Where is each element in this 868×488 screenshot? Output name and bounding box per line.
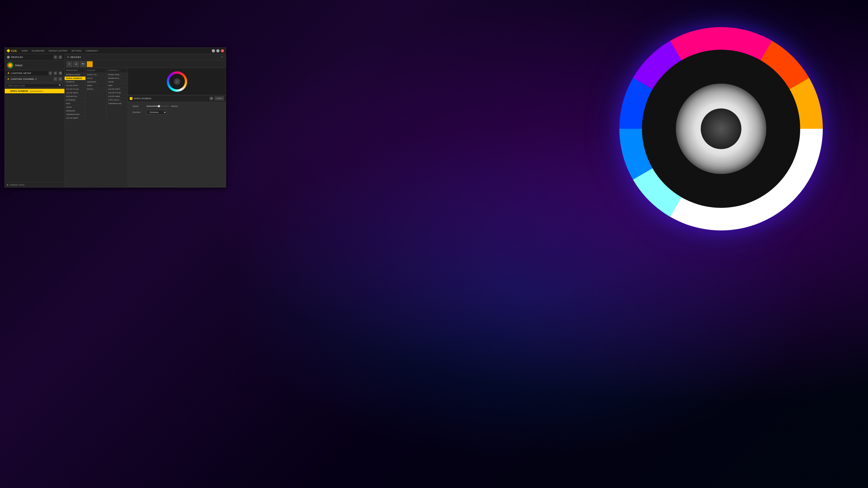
channel-menu-btn[interactable]: ≡ — [59, 77, 62, 81]
search-input[interactable] — [6, 84, 63, 88]
nav-home[interactable]: HOME — [20, 49, 29, 53]
app-title: CUE — [11, 50, 17, 52]
effects-panel: PREDEFINED CUSTOM LIGHTING LI... RAINBOW… — [65, 68, 226, 187]
effect-color-shift[interactable]: COLOR SHIFT — [65, 84, 86, 88]
title-bar-nav: HOME DASHBOARD INSTANT LIGHTING SETTINGS… — [20, 49, 100, 53]
lib-spiral-rain[interactable]: SPIRAL RAIN... — [107, 73, 128, 76]
lib-color-pulse[interactable]: COLOR PULSE — [107, 91, 128, 95]
lib-color-shift[interactable]: COLOR SHIFT — [107, 88, 128, 91]
col-header-custom[interactable]: CUSTOM — [86, 68, 107, 73]
preview-settings: SPIRAL RAINBOW ▼ Revert Speed — [128, 68, 226, 187]
channel-icon: ⚡ — [7, 78, 9, 80]
toolbar-group-btn[interactable]: ⊞ — [73, 61, 79, 67]
nav-dashboard[interactable]: DASHBOARD — [30, 49, 46, 53]
search-bar: 🔍 — [5, 82, 64, 89]
add-lighting-button[interactable]: + — [49, 71, 52, 75]
devices-close-button[interactable]: ✕ — [220, 56, 223, 59]
lighting-setup-label: LIGHTING SETUP — [11, 72, 47, 74]
profiles-icon — [7, 56, 10, 59]
col-header-library[interactable]: LIGHTING LI... — [107, 68, 128, 73]
effect-color-pulse[interactable]: COLOR PULSE — [65, 88, 86, 91]
effect-gradient[interactable]: GRADIENT — [86, 80, 106, 84]
devices-icon: 🖥 — [67, 56, 69, 58]
app-content: PROFILES + ≡ Default ⚡ LIGHTING SETUP + … — [5, 54, 226, 187]
effects-columns: PREDEFINED CUSTOM LIGHTING LI... RAINBOW… — [65, 68, 128, 187]
lib-rainbow-w[interactable]: RAINBOW W... — [107, 76, 128, 80]
title-bar-controls: – □ ✕ — [212, 49, 224, 53]
nav-instant-lighting[interactable]: INSTANT LIGHTING — [47, 49, 69, 53]
close-button[interactable]: ✕ — [221, 49, 224, 53]
selected-effect-color-indicator — [130, 97, 132, 100]
nav-community[interactable]: COMMUNITY — [84, 49, 100, 53]
devices-header: 🖥 DEVICES ✕ — [65, 54, 226, 60]
devices-title: DEVICES — [70, 56, 219, 58]
speed-slider-track[interactable] — [147, 106, 169, 107]
toolbar-refresh-btn[interactable]: ↻ — [66, 61, 72, 67]
effect-temperature[interactable]: TEMPERATURE — [65, 113, 86, 116]
search-icon[interactable]: 🔍 — [59, 84, 61, 87]
effect-dropdown-btn[interactable]: ▼ — [210, 97, 213, 100]
lib-visor[interactable]: VISOR — [107, 80, 128, 84]
lightings-library-label: Lightings Library — [9, 184, 24, 186]
device-list-item[interactable]: SPIRAL RAINBOW Spiral Rainbow 1 — [5, 89, 64, 93]
device-toolbar: ↻ ⊞ 📷 — [65, 60, 226, 68]
channel-name: LIGHTING CHANNEL 1 — [11, 78, 52, 80]
selected-effect-name: SPIRAL RAINBOW — [134, 97, 208, 100]
effect-sequential[interactable]: SEQUENTIAL — [65, 95, 86, 98]
col-header-predefined[interactable]: PREDEFINED — [65, 68, 86, 73]
toolbar-color-btn[interactable] — [87, 61, 93, 67]
minimize-button[interactable]: – — [212, 49, 215, 53]
custom-col: STATIC CO... SOLID GRADIENT WAVE RIPPLE — [86, 73, 107, 120]
effect-solid[interactable]: SOLID — [86, 76, 106, 80]
right-panel: 🖥 DEVICES ✕ ↻ ⊞ 📷 — [65, 54, 226, 187]
refresh-icon: ↻ — [68, 63, 70, 65]
direction-select[interactable]: Clockwise Counter-Clockwise — [147, 110, 167, 115]
direction-label: Direction — [132, 111, 144, 113]
effect-rainbow-wave[interactable]: RAINBOW WAVE — [65, 73, 86, 76]
add-profile-button[interactable]: + — [54, 55, 57, 59]
lib-temperature[interactable]: TEMPERATURE — [107, 102, 128, 105]
toolbar-camera-btn[interactable]: 📷 — [80, 61, 86, 67]
lib-rain[interactable]: RAIN — [107, 84, 128, 88]
channel-add-btn[interactable]: + — [54, 77, 57, 81]
device-sub: Spiral Rainbow 1 — [30, 90, 43, 92]
title-bar: CUE HOME DASHBOARD INSTANT LIGHTING SETT… — [5, 48, 226, 54]
sidebar-footer[interactable]: ▶ Lightings Library — [5, 182, 64, 187]
lib-type-lighti[interactable]: TYPE LIGHTI... — [107, 98, 128, 102]
effect-visor[interactable]: VISOR — [65, 105, 86, 109]
effect-rainbow[interactable]: RAINBOW — [65, 80, 86, 84]
library-col: SPIRAL RAIN... RAINBOW W... VISOR RAIN C… — [107, 73, 128, 120]
lighting-settings-button[interactable]: ⚙ — [59, 71, 62, 75]
left-sidebar: PROFILES + ≡ Default ⚡ LIGHTING SETUP + … — [5, 54, 65, 187]
fan-visual — [619, 27, 823, 230]
revert-button[interactable]: Revert — [215, 96, 224, 100]
speed-slider-fill — [147, 106, 159, 107]
lighting-menu-button[interactable]: ≡ — [54, 71, 57, 75]
lib-color-wave[interactable]: COLOR WAVE — [107, 95, 128, 98]
profiles-label: PROFILES — [11, 56, 52, 58]
effect-marquee[interactable]: MARQUEE — [65, 109, 86, 113]
fan-preview-inner — [169, 74, 185, 90]
profile-name: Default — [15, 64, 22, 67]
effect-static-co[interactable]: STATIC CO... — [86, 73, 106, 76]
speed-value: Medium — [171, 105, 178, 107]
effect-spiral-rainbow[interactable]: SPIRAL RAINBOW — [65, 76, 86, 80]
maximize-button[interactable]: □ — [216, 49, 219, 53]
speed-slider-thumb[interactable] — [158, 105, 160, 107]
fan-preview — [167, 71, 187, 92]
effect-rain[interactable]: RAIN — [65, 102, 86, 105]
profiles-menu-button[interactable]: ≡ — [59, 55, 62, 59]
lighting-setup-section: ⚡ LIGHTING SETUP + ≡ ⚙ ⚡ LIGHTING CHANNE… — [5, 70, 64, 182]
group-icon: ⊞ — [75, 63, 77, 65]
default-profile[interactable]: Default — [5, 60, 64, 70]
effect-strobing[interactable]: STROBING — [65, 98, 86, 102]
speed-setting-row: Speed Medium — [132, 105, 221, 107]
effect-color-wave[interactable]: COLOR WAVE — [65, 91, 86, 95]
effect-color-warp[interactable]: COLOR WARP — [65, 116, 86, 120]
effects-grid: RAINBOW WAVE SPIRAL RAINBOW RAINBOW COLO… — [65, 73, 128, 120]
nav-settings[interactable]: SETTINGS — [70, 49, 84, 53]
effect-ripple[interactable]: RIPPLE — [86, 88, 106, 91]
predefined-col: RAINBOW WAVE SPIRAL RAINBOW RAINBOW COLO… — [65, 73, 86, 120]
effect-wave[interactable]: WAVE — [86, 84, 106, 88]
fan-preview-hub — [174, 78, 180, 85]
